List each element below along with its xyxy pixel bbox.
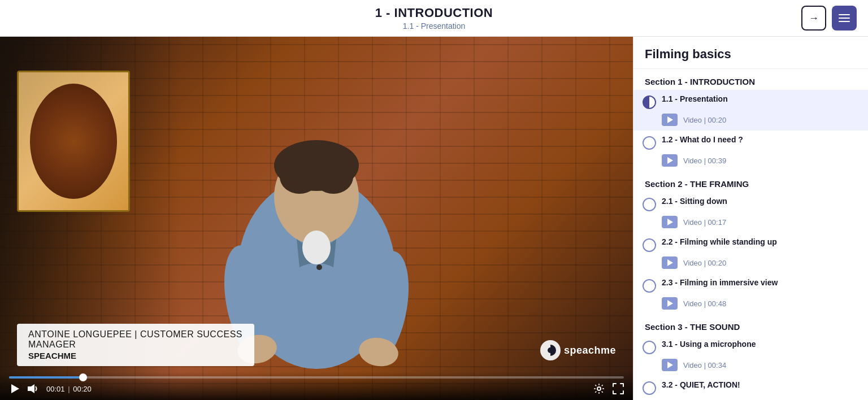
lesson-3-1-circle [643,341,656,354]
svg-point-6 [302,231,331,264]
play-icon-1-2[interactable] [662,154,678,167]
lesson-2-1-meta: Video | 00:17 [683,218,726,227]
progress-thumb [79,373,87,381]
time-display: 00:01 | 00:20 [46,385,92,393]
logo-overlay: speachme [540,340,616,360]
play-triangle-2-1 [667,219,673,225]
fullscreen-icon [613,383,624,394]
section-3-label: Section 3 - THE SOUND [633,314,868,335]
fullscreen-button[interactable] [613,383,624,394]
play-triangle-3-1 [667,362,673,368]
lesson-3-1-title: 3.1 - Using a microphone [662,340,859,349]
menu-line-3 [839,21,850,22]
controls-row: 00:01 | 00:20 [9,383,624,394]
wall-art [17,71,130,212]
lesson-2-3-meta: Video | 00:48 [683,299,726,308]
play-icon-2-2[interactable] [662,256,678,269]
lesson-1-1-meta: Video | 00:20 [683,116,726,124]
play-icon-2-1[interactable] [662,216,678,228]
lesson-2-1-video[interactable]: Video | 00:17 [633,214,868,233]
lesson-2-1-circle [643,198,656,211]
menu-line-1 [839,14,850,15]
svg-marker-14 [11,384,19,393]
lesson-3-2[interactable]: 3.2 - QUIET, ACTION! [633,376,868,397]
lesson-1-2-video[interactable]: Video | 00:39 [633,152,868,171]
lesson-3-2-info: 3.2 - QUIET, ACTION! [662,380,859,389]
lesson-2-1-title: 2.1 - Sitting down [662,197,859,206]
lesson-2-3-circle [643,279,656,293]
lesson-3-1-meta: Video | 00:34 [683,361,726,369]
lesson-2-3[interactable]: 2.3 - Filming in immersive view [633,273,868,295]
svg-point-16 [597,387,601,390]
name-badge: ANTOINE LONGUEPEE | CUSTOMER SUCCESS MAN… [17,324,254,366]
section-1-label: Section 1 - INTRODUCTION [633,69,868,90]
header-subtitle: 1.1 - Presentation [375,21,493,31]
play-icon-1-1[interactable] [662,114,678,126]
lesson-3-1-info: 3.1 - Using a microphone [662,340,859,349]
sidebar: Filming basics Section 1 - INTRODUCTION … [633,37,868,400]
right-controls [593,383,624,394]
sidebar-title: Filming basics [645,47,857,62]
lesson-2-2-title: 2.2 - Filming while standing up [662,237,859,246]
lesson-1-2[interactable]: 1.2 - What do I need ? [633,131,868,152]
progress-bar[interactable] [9,376,624,379]
settings-button[interactable] [593,383,605,394]
progress-fill [9,376,83,379]
svg-point-7 [316,264,322,270]
person-company: SPEACHME [28,351,243,360]
video-controls: 00:01 | 00:20 [0,372,633,400]
lesson-1-2-info: 1.2 - What do I need ? [662,135,859,144]
lesson-2-3-video[interactable]: Video | 00:48 [633,295,868,314]
menu-button[interactable] [832,6,857,31]
lesson-3-2-circle [643,381,656,395]
header-title: 1 - INTRODUCTION [375,6,493,20]
lesson-3-1[interactable]: 3.1 - Using a microphone [633,335,868,356]
svg-marker-15 [28,384,34,393]
lesson-1-1-title: 1.1 - Presentation [662,94,859,103]
video-area: ANTOINE LONGUEPEE | CUSTOMER SUCCESS MAN… [0,37,633,400]
play-icon-3-1[interactable] [662,359,678,371]
header-center: 1 - INTRODUCTION 1.1 - Presentation [375,6,493,31]
header: 1 - INTRODUCTION 1.1 - Presentation → [0,0,868,37]
video-background: ANTOINE LONGUEPEE | CUSTOMER SUCCESS MAN… [0,37,633,400]
volume-button[interactable] [27,384,40,394]
svg-point-13 [548,347,553,353]
play-triangle-1-1 [667,116,673,123]
lesson-2-2[interactable]: 2.2 - Filming while standing up [633,233,868,254]
section-2-label: Section 2 - THE FRAMING [633,171,868,192]
settings-icon [593,383,605,394]
lesson-2-3-info: 2.3 - Filming in immersive view [662,278,859,287]
lesson-2-3-title: 2.3 - Filming in immersive view [662,278,859,287]
speachme-logo-icon [540,340,561,360]
svg-point-5 [314,160,353,194]
lesson-1-1-video[interactable]: Video | 00:20 [633,111,868,131]
lesson-1-2-circle [643,136,656,150]
lesson-1-2-meta: Video | 00:39 [683,156,726,165]
speachme-logo-text: speachme [564,345,616,356]
menu-line-2 [839,18,850,19]
play-icon [9,383,20,394]
lesson-2-1[interactable]: 2.1 - Sitting down [633,192,868,214]
lesson-3-1-video[interactable]: Video | 00:34 [633,356,868,376]
volume-icon [27,384,40,394]
lesson-1-1[interactable]: 1.1 - Presentation [633,90,868,111]
lesson-1-1-circle [643,95,656,109]
lesson-1-2-title: 1.2 - What do I need ? [662,135,859,144]
lesson-2-1-info: 2.1 - Sitting down [662,197,859,206]
play-icon-2-3[interactable] [662,297,678,310]
lesson-1-1-info: 1.1 - Presentation [662,94,859,103]
play-triangle-2-2 [667,259,673,266]
svg-point-4 [280,160,319,194]
sidebar-header: Filming basics [633,37,868,69]
main-content: ANTOINE LONGUEPEE | CUSTOMER SUCCESS MAN… [0,37,868,400]
lesson-2-2-video[interactable]: Video | 00:20 [633,254,868,273]
lesson-2-2-circle [643,238,656,252]
lesson-3-2-title: 3.2 - QUIET, ACTION! [662,380,859,389]
header-controls: → [801,6,857,31]
play-triangle-1-2 [667,157,673,164]
person-name: ANTOINE LONGUEPEE | CUSTOMER SUCCESS MAN… [28,329,243,350]
play-button[interactable] [9,383,20,394]
play-triangle-2-3 [667,300,673,307]
lesson-2-2-meta: Video | 00:20 [683,259,726,267]
next-button[interactable]: → [801,6,826,31]
